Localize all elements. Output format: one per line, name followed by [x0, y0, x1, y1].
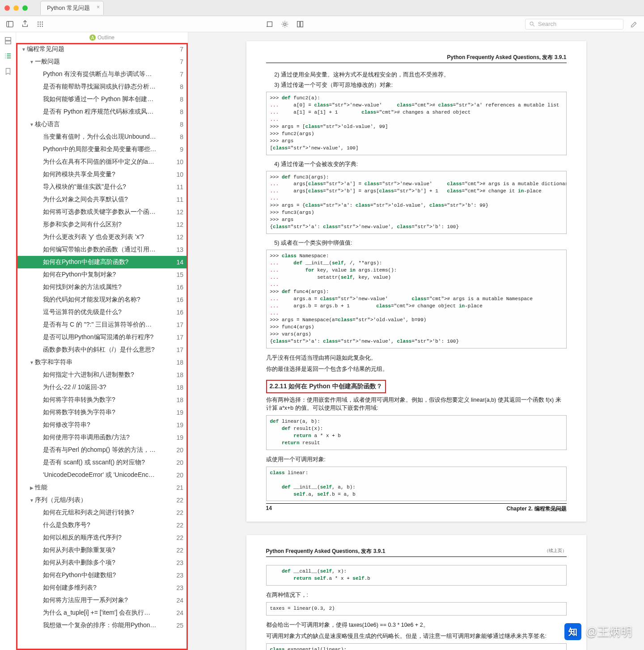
outline-item[interactable]: 'UnicodeDecodeError' 或 'UnicodeEnc…20 — [16, 469, 188, 481]
sidebar-toggle-icon[interactable] — [5, 20, 14, 29]
outline-item[interactable]: 是否有与Perl 的chomp() 等效的方法，…20 — [16, 444, 188, 456]
search-input[interactable]: Search — [525, 19, 623, 30]
outline-item[interactable]: Python 有没有提供断点与单步调试等…7 — [16, 68, 188, 81]
outline-item[interactable]: 如何将可选参数或关键字参数从一个函…12 — [16, 206, 188, 218]
outline-item[interactable]: 如何创建多维列表?23 — [16, 582, 188, 594]
thumbnails-icon[interactable] — [4, 37, 12, 45]
code-block: >>> def func3(args): ... args[class="str… — [266, 171, 567, 234]
disclosure-triangle-icon[interactable]: ▼ — [29, 498, 35, 503]
outline-item[interactable]: 如何从列表中删除多个项?23 — [16, 557, 188, 569]
outline-item[interactable]: 我如何能够通过一个 Python 脚本创建…8 — [16, 93, 188, 106]
outline-section[interactable]: ▼数字和字符串18 — [16, 356, 188, 369]
svg-line-17 — [533, 25, 534, 26]
outline-label: 如何在Python中复制对象? — [43, 271, 171, 279]
outline-label: 是否有 scanf() 或 sscanf() 的对应物? — [43, 459, 171, 467]
outline-page-number: 23 — [171, 572, 183, 579]
apps-icon[interactable] — [36, 20, 45, 29]
outline-item[interactable]: 是否有能帮助寻找漏洞或执行静态分析…8 — [16, 81, 188, 93]
page-header: Python Frequently Asked Questions, 发布 3.… — [266, 54, 567, 63]
outline-item[interactable]: 如何在Python中复制对象?15 — [16, 268, 188, 281]
outline-item[interactable]: 如何在Python中创建高阶函数?14 — [16, 256, 188, 268]
outline-item[interactable]: 如何使用字符串调用函数/方法?19 — [16, 431, 188, 444]
outline-page-number: 11 — [171, 196, 183, 203]
outline-item[interactable]: 形参和实参之间有什么区别?12 — [16, 218, 188, 231]
outline-item[interactable]: 为什么-22 // 10返回-3?18 — [16, 381, 188, 394]
outline-section[interactable]: ▼一般问题7 — [16, 55, 188, 68]
outline-item[interactable]: 我想做一个复杂的排序：你能用Python…25 — [16, 619, 188, 632]
outline-page-number: 19 — [171, 421, 183, 429]
outline-item[interactable]: 是否有 Python 程序规范代码标准或风…8 — [16, 106, 188, 118]
share-icon[interactable] — [21, 20, 30, 29]
outline-item[interactable]: 是否可以用Python编写混淆的单行程序?17 — [16, 331, 188, 344]
outline-item[interactable]: 为什么在具有不同值的循环中定义的la…10 — [16, 156, 188, 168]
page-footer: 14 Chapter 2. 编程常见问题 — [266, 503, 567, 513]
outline-tree[interactable]: ▼编程常见问题7▼一般问题7Python 有没有提供断点与单步调试等…7是否有能… — [16, 43, 188, 650]
svg-point-8 — [38, 25, 38, 26]
body-text: 你的最佳选择是返回一个包含多个结果的元组。 — [266, 365, 567, 374]
outline-item[interactable]: 如何在Python中创建数组?23 — [16, 569, 188, 582]
zoom-window-button[interactable] — [22, 5, 28, 11]
outline-label: 我如何能够通过一个 Python 脚本创建… — [43, 95, 171, 103]
close-tab-icon[interactable]: × — [97, 4, 100, 10]
browser-tab[interactable]: Python 常见问题 × — [40, 1, 104, 15]
outline-item[interactable]: 导入模块的"最佳实践"是什么?11 — [16, 181, 188, 193]
outline-item[interactable]: Python中的局部变量和全局变量有哪些…9 — [16, 143, 188, 156]
edit-icon[interactable] — [630, 20, 639, 29]
pdf-viewport[interactable]: Python Frequently Asked Questions, 发布 3.… — [188, 32, 644, 650]
disclosure-triangle-icon[interactable]: ▼ — [29, 59, 35, 64]
disclosure-triangle-icon[interactable]: ▼ — [29, 122, 35, 127]
outline-item[interactable]: 什么是负数序号?22 — [16, 519, 188, 531]
outline-label: 如何指定十六进制和八进制整数? — [43, 371, 171, 379]
zhihu-handle: @王炳明 — [586, 624, 632, 640]
disclosure-triangle-icon[interactable]: ▼ — [29, 360, 35, 365]
outline-page-number: 16 — [171, 296, 183, 303]
outline-section[interactable]: ▼编程常见问题7 — [16, 43, 188, 55]
disclosure-triangle-icon[interactable]: ▶ — [29, 485, 35, 490]
outline-item[interactable]: 我的代码如何才能发现对象的名称?16 — [16, 293, 188, 306]
outline-section[interactable]: ▼序列（元组/列表）22 — [16, 494, 188, 506]
outline-item[interactable]: 是否有与 C 的 "?:" 三目运算符等价的…17 — [16, 319, 188, 331]
bookmark-icon[interactable] — [4, 67, 12, 75]
outline-item[interactable]: 函数参数列表中的斜杠（/）是什么意思?17 — [16, 344, 188, 356]
outline-item[interactable]: 是否有 scanf() 或 sscanf() 的对应物?20 — [16, 456, 188, 469]
outline-label: 如何使用字符串调用函数/方法? — [43, 433, 171, 442]
outline-label: 如何在元组和列表之间进行转换? — [43, 509, 171, 517]
svg-rect-0 — [7, 21, 13, 27]
outline-item[interactable]: 如何修改字符串?19 — [16, 419, 188, 431]
crop-icon[interactable] — [265, 20, 274, 29]
outline-item[interactable]: 如何编写带输出参数的函数（通过引用…13 — [16, 243, 188, 256]
outline-item[interactable]: 如何从列表中删除重复项?22 — [16, 544, 188, 557]
outline-item[interactable]: 如何将方法应用于一系列对象?24 — [16, 594, 188, 607]
svg-point-6 — [40, 23, 41, 24]
gear-icon[interactable] — [280, 20, 289, 29]
outline-section[interactable]: ▶性能21 — [16, 481, 188, 494]
disclosure-triangle-icon[interactable]: ▼ — [21, 47, 27, 52]
outline-item[interactable]: 如何将数字转换为字符串?19 — [16, 406, 188, 419]
outline-item[interactable]: 如何以相反的顺序迭代序列?22 — [16, 531, 188, 544]
outline-label: 一般问题 — [35, 58, 171, 66]
outline-label: 什么是负数序号? — [43, 521, 171, 529]
outline-item[interactable]: 逗号运算符的优先级是什么?16 — [16, 306, 188, 319]
outline-item[interactable]: 如何指定十六进制和八进制整数?18 — [16, 369, 188, 381]
outline-label: 'UnicodeDecodeError' 或 'UnicodeEnc… — [43, 471, 171, 479]
outline-page-number: 20 — [171, 446, 183, 454]
body-text: 在两种情况下，: — [266, 591, 567, 599]
outline-page-number: 11 — [171, 183, 183, 191]
body-text: 或使用一个可调用对象: — [266, 455, 567, 464]
outline-page-number: 17 — [171, 334, 183, 341]
outline-item[interactable]: 为什么更改列表 'y' 也会更改列表 'x'?12 — [16, 231, 188, 243]
outline-item[interactable]: 当变量有值时，为什么会出现Unbound…8 — [16, 131, 188, 143]
outline-item[interactable]: 如何跨模块共享全局变量?10 — [16, 168, 188, 181]
outline-label: 编程常见问题 — [27, 45, 171, 53]
outline-item[interactable]: 如何将字符串转换为数字?18 — [16, 394, 188, 406]
outline-icon[interactable] — [4, 52, 12, 60]
outline-item[interactable]: 为什么对象之间会共享默认值?11 — [16, 193, 188, 206]
columns-icon[interactable] — [296, 20, 305, 29]
outline-section[interactable]: ▼核心语言8 — [16, 118, 188, 131]
outline-item[interactable]: 为什么 a_tuple[i] += ['item'] 会在执行…24 — [16, 607, 188, 619]
outline-page-number: 8 — [171, 133, 183, 140]
outline-item[interactable]: 如何在元组和列表之间进行转换?22 — [16, 506, 188, 519]
minimize-window-button[interactable] — [13, 5, 19, 11]
close-window-button[interactable] — [4, 5, 10, 11]
outline-item[interactable]: 如何找到对象的方法或属性?16 — [16, 281, 188, 293]
